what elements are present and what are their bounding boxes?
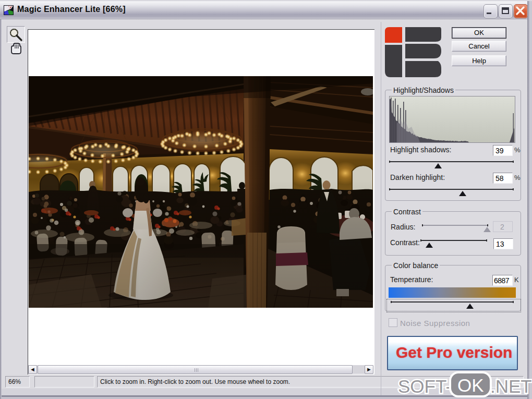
svg-text:OK: OK	[457, 375, 484, 395]
svg-text:SOFT-: SOFT-	[398, 376, 452, 396]
svg-text:.NET: .NET	[490, 376, 532, 396]
